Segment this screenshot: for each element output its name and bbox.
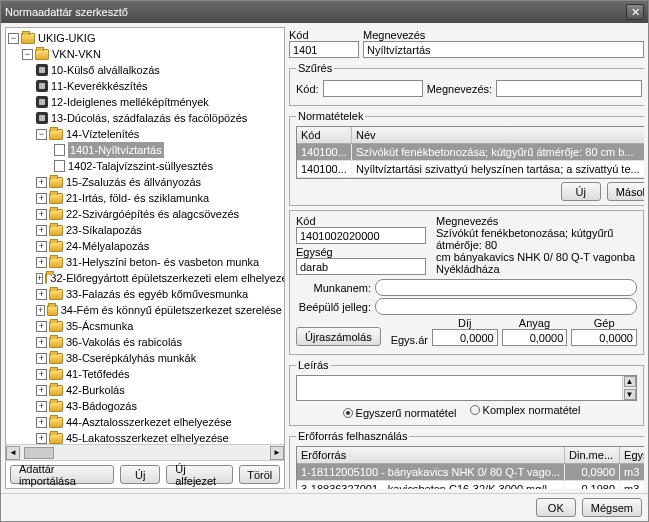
expander-icon[interactable]: + [36,225,47,236]
recalc-button[interactable]: Újraszámolás [296,327,381,346]
tree-item[interactable]: 41-Tetőfedés [66,366,130,382]
tree-item[interactable]: 13-Dúcolás, szádfalazás és facölöpözés [51,110,247,126]
expander-icon[interactable]: + [36,209,47,220]
close-icon[interactable]: ✕ [626,4,644,20]
ef-row-selected[interactable]: 1-18112005100 - bányakavics NHK 0/ 80 Q-… [297,464,644,481]
expander-icon[interactable]: − [22,49,33,60]
expander-icon[interactable]: + [36,193,47,204]
tree-root[interactable]: UKIG-UKIG [38,30,95,46]
expander-icon[interactable]: + [36,385,47,396]
folder-icon [49,193,63,204]
expander-icon[interactable]: − [8,33,19,44]
detail-fieldset: Kód Egység Megnevezés Szívókút fenékbeto… [289,210,644,355]
tree-item[interactable]: 21-Irtás, föld- és sziklamunka [66,190,209,206]
new-button[interactable]: Új [120,465,160,484]
tree-item[interactable]: 10-Külső alvállalkozás [51,62,160,78]
ef-col-dm[interactable]: Din.me... [565,447,620,463]
scroll-down-icon[interactable]: ▼ [624,389,636,400]
right-panel: Kód Megnevezés Szűrés Kód: Megnevezés: [289,27,644,489]
expander-icon[interactable]: + [36,321,47,332]
detail-kod-input[interactable] [296,227,426,244]
tree-item[interactable]: 45-Lakatosszerkezet elhelyezése [66,430,229,444]
scroll-up-icon[interactable]: ▲ [624,376,636,387]
dialog-title: Normaadattár szerkesztő [5,6,128,18]
tree-item[interactable]: 38-Cserépkályhás munkák [66,350,196,366]
tree-item[interactable]: 34-Fém és könnyű épületszerkezet szerelé… [61,302,282,318]
tree-item[interactable]: 22-Szivárgóépítés és alagcsövezés [66,206,239,222]
tree-item[interactable]: 11-Keverékkészítés [51,78,148,94]
ef-col-er[interactable]: Erőforrás [297,447,565,463]
beepulo-input[interactable] [375,298,637,315]
tree-item[interactable]: 43-Bádogozás [66,398,137,414]
scroll-thumb[interactable] [24,447,54,459]
radio-komplex[interactable]: Komplex normatétel [470,404,581,416]
folder-icon [49,225,63,236]
tree-item[interactable]: 23-Síkalapozás [66,222,142,238]
new-sub-button[interactable]: Új alfejezet [166,465,233,484]
filter-kod-input[interactable] [323,80,423,97]
nt-row-selected[interactable]: 140100... Szívókút fenékbetonozása; kútg… [297,144,644,161]
tree-hscrollbar[interactable]: ◄ ► [6,444,284,460]
expander-icon[interactable]: + [36,369,47,380]
ef-col-eg[interactable]: Egys. [620,447,644,463]
munkanem-input[interactable] [375,279,637,296]
dialog: Normaadattár szerkesztő ✕ −UKIG-UKIG −VK… [0,0,649,522]
expander-icon[interactable]: + [36,337,47,348]
nt-grid[interactable]: Kód Név Egység 140100... Szívókút fenékb… [296,126,644,179]
tree-item[interactable]: 42-Burkolás [66,382,125,398]
tree-item[interactable]: 14-Víztelenítés [66,126,139,142]
scroll-left-icon[interactable]: ◄ [6,446,20,460]
tree-item[interactable]: 35-Ácsmunka [66,318,133,334]
node-icon [36,80,48,92]
ok-button[interactable]: OK [536,498,576,517]
delete-button[interactable]: Töröl [239,465,280,484]
nt-col-kod[interactable]: Kód [297,127,352,143]
tree-item[interactable]: 31-Helyszíni beton- és vasbeton munka [66,254,259,270]
detail-meg-text: Nyékládháza [436,263,500,275]
radio-simple[interactable]: Egyszerű normatétel [343,407,457,419]
expander-icon[interactable]: + [36,353,47,364]
leiras-scroll[interactable]: ▲▼ [622,376,636,400]
tree-item[interactable]: 15-Zsaluzás és állványozás [66,174,201,190]
expander-icon[interactable]: + [36,257,47,268]
filter-meg-input[interactable] [496,80,642,97]
anyag-input[interactable] [502,329,568,346]
expander-icon[interactable]: + [36,433,47,444]
expander-icon[interactable]: + [36,417,47,428]
cell: 1-18112005100 - bányakavics NHK 0/ 80 Q-… [297,464,565,480]
detail-egyseg-input[interactable] [296,258,426,275]
tree-item[interactable]: 44-Asztalosszerkezet elhelyezése [66,414,232,430]
dij-input[interactable] [432,329,498,346]
meg-input[interactable] [363,41,644,58]
ef-row[interactable]: 3-18836327001 - kavicsbeton C16-32/K 300… [297,481,644,489]
nt-copy-button[interactable]: Másolás [607,182,644,201]
nt-col-nev[interactable]: Név [352,127,644,143]
tree-item[interactable]: 12-Ideiglenes melléképítmények [51,94,209,110]
scroll-right-icon[interactable]: ► [270,446,284,460]
nt-new-button[interactable]: Új [561,182,601,201]
expander-icon[interactable]: + [36,241,47,252]
expander-icon[interactable]: + [36,177,47,188]
tree-item[interactable]: 36-Vakolás és rabicolás [66,334,182,350]
tree-item[interactable]: 33-Falazás és egyéb kőművesmunka [66,286,248,302]
ef-grid[interactable]: Erőforrás Din.me... Egys. 1-18112005100 … [296,446,644,489]
expander-icon[interactable]: − [36,129,47,140]
tree-root[interactable]: VKN-VKN [52,46,101,62]
leiras-textarea[interactable]: ▲▼ [296,375,637,401]
gep-input[interactable] [571,329,637,346]
cancel-button[interactable]: Mégsem [582,498,642,517]
expander-icon[interactable]: + [36,289,47,300]
nt-row[interactable]: 140100... Nyíltvíztartási szivattyú hely… [297,161,644,178]
kod-input[interactable] [289,41,359,58]
import-button[interactable]: Adattár importálása [10,465,114,484]
tree-item[interactable]: 1402-Talajvízszint-süllyesztés [68,158,213,174]
expander-icon[interactable]: + [36,273,43,284]
cell: 0,0900 [565,464,620,480]
tree-item[interactable]: 24-Mélyalapozás [66,238,149,254]
expander-icon[interactable]: + [36,305,45,316]
tree[interactable]: −UKIG-UKIG −VKN-VKN 10-Külső alvállalkoz… [6,28,284,444]
radio-dot-icon [343,408,353,418]
tree-item[interactable]: 32-Előregyártott épületszerkezeti elem e… [50,270,284,286]
expander-icon[interactable]: + [36,401,47,412]
tree-item-selected[interactable]: 1401-Nyíltvíztartás [68,142,164,158]
